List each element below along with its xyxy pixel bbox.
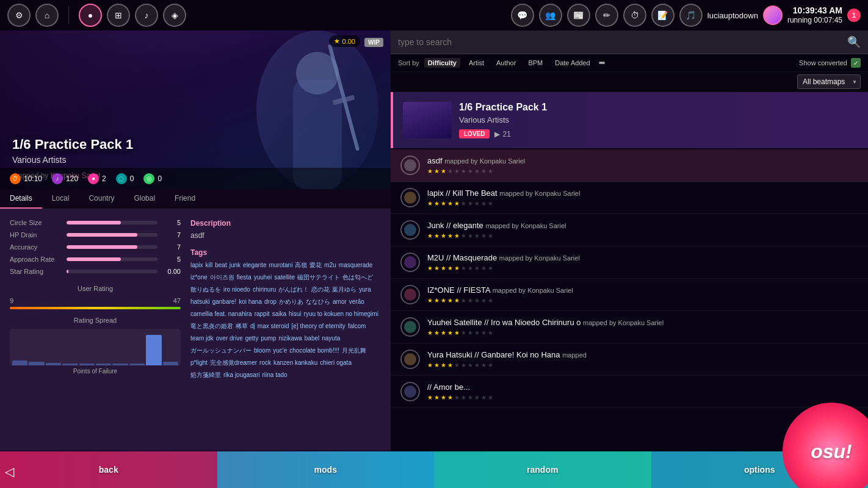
tag-jp8[interactable]: かめりあ	[279, 297, 303, 307]
tag-chirinuru[interactable]: chirinuru	[253, 285, 276, 295]
diff-row-yuuhei[interactable]: Yuuhei Satellite // Iro wa Nioedo Chirin…	[391, 311, 868, 343]
tag-jp3[interactable]: 磁団サテライト	[297, 273, 340, 282]
tag-rika[interactable]: rika jougasari	[223, 370, 259, 380]
tag-babel[interactable]: babel	[305, 334, 319, 343]
tag-koi[interactable]: koi hana	[239, 297, 262, 307]
tag-ganbare2[interactable]: ganbare!	[212, 297, 236, 307]
tag-murotani[interactable]: murotani	[269, 260, 292, 270]
social-nav-btn[interactable]: 👥	[539, 4, 562, 27]
tag-jp7[interactable]: 葉月ゆら	[332, 285, 356, 295]
tag-riina[interactable]: riina tado	[262, 370, 287, 380]
tag-camellia[interactable]: camellia feat. nanahira	[190, 309, 252, 319]
tag-dreamer[interactable]: 完全感覚dreamer	[210, 358, 257, 368]
tab-local[interactable]: Local	[42, 189, 79, 209]
search-input[interactable]	[398, 37, 842, 47]
sort-date-added[interactable]: Date Added	[551, 58, 594, 68]
chat-nav-btn[interactable]: 💬	[511, 4, 534, 27]
music2-nav-btn[interactable]: 🎵	[679, 4, 703, 27]
tag-jp12[interactable]: 月光乱舞	[342, 346, 366, 356]
sort-difficulty[interactable]: Difficulty	[424, 58, 460, 68]
diff-row-m2u[interactable]: M2U // Masquerade mapped by Konpaku Sari…	[391, 246, 868, 279]
tag-plight[interactable]: p*light	[190, 358, 208, 368]
tab-country[interactable]: Country	[79, 189, 124, 209]
tag-fiesta[interactable]: fiesta	[237, 273, 251, 282]
news-nav-btn[interactable]: 📰	[567, 4, 590, 27]
editor-nav-btn[interactable]: ✏	[595, 4, 618, 27]
sort-artist[interactable]: Artist	[465, 58, 488, 68]
notes-nav-btn[interactable]: 📝	[651, 4, 675, 27]
grid-nav-btn[interactable]: ⊞	[107, 4, 130, 27]
tag-kill[interactable]: kill	[206, 260, 213, 270]
tag-jp10[interactable]: 竜と黒炎の姫君	[190, 321, 233, 331]
tag-jp11[interactable]: 稀草	[236, 321, 248, 331]
beatmap-card-selected[interactable]: 1/6 Practice Pack 1 Various Artists LOVE…	[391, 92, 868, 148]
back-button[interactable]: back	[0, 451, 217, 488]
back-arrow-icon[interactable]: ◁	[5, 464, 14, 479]
tournament-nav-btn[interactable]: ◈	[163, 4, 186, 27]
tag-falcom[interactable]: falcom	[348, 321, 366, 331]
tag-overdrive[interactable]: over drive	[216, 334, 243, 343]
sort-bpm[interactable]: BPM	[524, 58, 546, 68]
tag-kanzen[interactable]: kanzen kankaku	[273, 358, 317, 368]
sort-more-btn[interactable]: •••	[599, 58, 604, 68]
show-converted-checkbox[interactable]: ✓	[851, 58, 861, 68]
tag-iro[interactable]: iro nioedo	[223, 285, 250, 295]
tag-jp13[interactable]: 処方箋綺里	[190, 370, 221, 380]
tag-girlish[interactable]: ガールッシュナンバー	[190, 346, 251, 356]
tag-nizikawa[interactable]: nizikawa	[278, 334, 302, 343]
tag-yuuhei[interactable]: yuuhei	[254, 273, 272, 282]
tag-ryuu[interactable]: ryuu to kokuen no himegimi	[304, 309, 378, 319]
tag-chieri[interactable]: chieri ogata	[320, 358, 352, 368]
search-icon[interactable]: 🔍	[847, 35, 861, 49]
tag-jp1[interactable]: 高嶺	[295, 260, 307, 270]
tag-beat[interactable]: beat	[215, 260, 226, 270]
tag-amor[interactable]: amor	[333, 297, 347, 307]
tag-nayuta[interactable]: nayuta	[322, 334, 340, 343]
tab-global[interactable]: Global	[124, 189, 165, 209]
tag-getty[interactable]: getty	[245, 334, 259, 343]
tag-theory[interactable]: [e] theory of eternity	[291, 321, 345, 331]
tag-jp9[interactable]: ななひら	[306, 297, 330, 307]
diff-row-amor[interactable]: // Amor be... ★ ★ ★ ★ ★ ★ ★ ★ ★ ★	[391, 376, 868, 408]
tag-verao[interactable]: verão	[349, 297, 364, 307]
tag-pump[interactable]: pump	[261, 334, 276, 343]
show-converted[interactable]: Show converted ✓	[799, 58, 861, 68]
tag-kr[interactable]: 아이즈원	[210, 273, 234, 282]
tag-yuce[interactable]: yuc'e	[273, 346, 287, 356]
tag-junk[interactable]: junk	[230, 260, 241, 270]
tag-saika[interactable]: saika	[272, 309, 286, 319]
tag-jp4[interactable]: 色は匂へど	[342, 273, 373, 282]
tag-lapix[interactable]: lapix	[190, 260, 203, 270]
avatar[interactable]	[763, 5, 783, 25]
diff-row-izone[interactable]: IZ*ONE // FIESTA mapped by Konpaku Sarie…	[391, 279, 868, 311]
diff-row-asdf[interactable]: asdf mapped by Konpaku Sariel ★ ★ ★ ★ ★ …	[391, 149, 868, 182]
settings-nav-btn[interactable]: ⚙	[7, 4, 31, 27]
home-nav-btn[interactable]: ⌂	[35, 4, 59, 27]
music-nav-btn[interactable]: ♪	[135, 4, 158, 27]
tag-maxsteroid[interactable]: max steroid	[258, 321, 289, 331]
sort-author[interactable]: Author	[493, 58, 519, 68]
songs-nav-btn[interactable]: ●	[79, 4, 102, 27]
tab-friend[interactable]: Friend	[165, 189, 205, 209]
tag-dj[interactable]: dj	[250, 321, 255, 331]
tag-jp2[interactable]: 愛花	[309, 260, 322, 270]
random-button[interactable]: random	[434, 451, 651, 488]
tag-bloom[interactable]: bloom	[254, 346, 270, 356]
tag-masquerade[interactable]: masquerade	[339, 260, 373, 270]
tag-yura[interactable]: yura	[359, 285, 371, 295]
tag-rappit[interactable]: rappit	[255, 309, 270, 319]
tag-jp6[interactable]: 恋の花	[311, 285, 330, 295]
clock-nav-btn[interactable]: ⏱	[623, 4, 646, 27]
notification-badge[interactable]: 1	[847, 9, 861, 22]
tag-ganbare[interactable]: がんばれ！	[278, 285, 309, 295]
tag-choco[interactable]: chocolate bomb!!!!	[289, 346, 339, 356]
tag-elegante[interactable]: elegante	[243, 260, 266, 270]
tag-jp5[interactable]: 散りぬるを	[190, 285, 221, 295]
tag-teamjdk[interactable]: team jdk	[190, 334, 214, 343]
mods-button[interactable]: mods	[217, 451, 435, 488]
diff-row-lapix[interactable]: lapix // Kill The Beat mapped by Konpaku…	[391, 182, 868, 214]
tag-satellite[interactable]: satellite	[274, 273, 295, 282]
filter-select[interactable]: All beatmaps Ranked Loved Unranked	[797, 74, 861, 89]
diff-row-junk[interactable]: Junk // elegante mapped by Konpaku Sarie…	[391, 214, 868, 246]
tag-izone[interactable]: iz*one	[190, 273, 208, 282]
